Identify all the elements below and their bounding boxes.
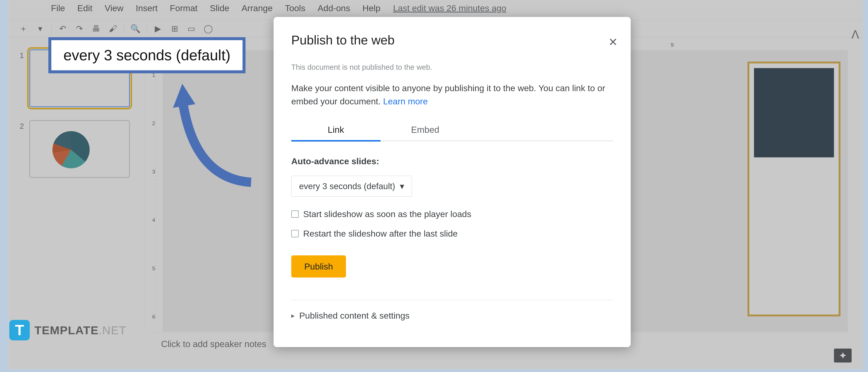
select-value: every 3 seconds (default) xyxy=(299,181,395,191)
checkbox-restart[interactable] xyxy=(291,230,299,237)
learn-more-link[interactable]: Learn more xyxy=(383,96,428,106)
divider xyxy=(291,300,613,300)
publish-dialog: Publish to the web ✕ This document is no… xyxy=(274,17,631,347)
checkbox-label: Start slideshow as soon as the player lo… xyxy=(303,209,471,219)
checkbox-start-on-load[interactable] xyxy=(291,210,299,218)
checkbox-row: Start slideshow as soon as the player lo… xyxy=(291,209,613,219)
caret-right-icon: ▸ xyxy=(291,312,294,319)
dialog-subtext: This document is not published to the we… xyxy=(291,63,613,71)
watermark-text: TEMPLATE.NET xyxy=(34,323,126,337)
dialog-description: Make your content visible to anyone by p… xyxy=(291,82,613,108)
tab-embed[interactable]: Embed xyxy=(380,125,470,141)
checkbox-label: Restart the slideshow after the last sli… xyxy=(303,228,458,239)
published-content-expander[interactable]: ▸ Published content & settings xyxy=(291,310,613,321)
expander-label: Published content & settings xyxy=(299,310,409,321)
dialog-title: Publish to the web xyxy=(291,33,613,47)
auto-advance-select[interactable]: every 3 seconds (default) ▾ xyxy=(291,176,412,197)
dialog-tabs: Link Embed xyxy=(291,125,613,141)
tab-link[interactable]: Link xyxy=(291,125,380,142)
close-icon[interactable]: ✕ xyxy=(608,35,618,49)
chevron-down-icon: ▾ xyxy=(400,181,404,191)
annotation-callout: every 3 seconds (default) xyxy=(49,37,246,73)
publish-button[interactable]: Publish xyxy=(291,255,346,278)
checkbox-row: Restart the slideshow after the last sli… xyxy=(291,228,613,239)
watermark-icon: T xyxy=(9,320,30,340)
watermark: T TEMPLATE.NET xyxy=(9,320,126,340)
annotation-arrow-icon xyxy=(171,82,257,190)
auto-advance-label: Auto-advance slides: xyxy=(291,156,613,166)
